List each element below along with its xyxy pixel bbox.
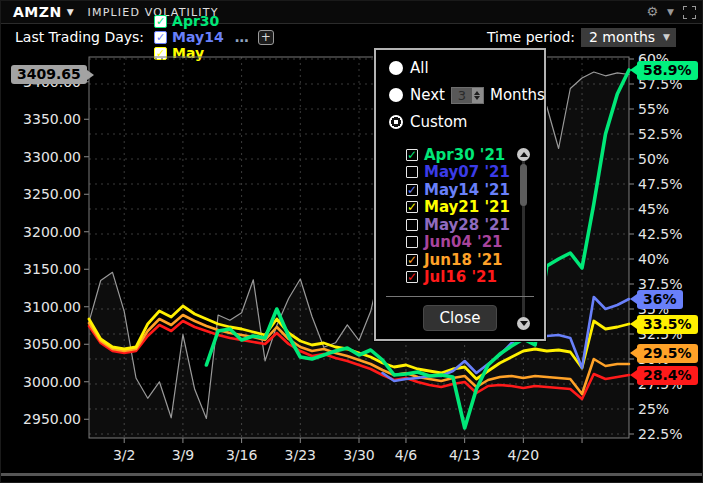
expiration-checkbox-icon[interactable]: [406, 219, 418, 231]
spinner-down-icon: [474, 96, 480, 100]
months-suffix-label: Months: [490, 86, 545, 104]
price-tick-label: 3150.00: [23, 261, 81, 277]
date-tick-label: 4/6: [395, 447, 418, 463]
last-value-bubble-apr30-21: 58.9%: [637, 61, 698, 80]
date-tick-label: 3/9: [172, 447, 195, 463]
last-value-bubble-amzn-price: 3409.65: [11, 65, 87, 84]
expiration-label: Jun04 '21: [424, 233, 503, 251]
expiration-label: May14 '21: [424, 181, 510, 199]
last-value-bubble-jul16-21: 28.4%: [637, 366, 698, 385]
last-value-bubble-may14-21: 36%: [637, 290, 683, 309]
scroll-up-icon: [520, 152, 528, 157]
bubble-pointer-icon: [630, 319, 637, 329]
iv-tick-label: 55%: [638, 101, 669, 117]
tws-implied-volatility-window: AMZN ▼ IMPLIED VOLATILITY ⚙ ▼ Last Tradi…: [0, 0, 703, 483]
scroll-up-button[interactable]: [517, 148, 530, 161]
radio-option-custom[interactable]: Custom: [389, 113, 544, 131]
price-tick-label: 3350.00: [23, 111, 81, 127]
expiration-label: Apr30 '21: [424, 146, 505, 164]
close-button[interactable]: Close: [423, 305, 497, 331]
expiration-label: May28 '21: [424, 216, 510, 234]
expiration-row[interactable]: May28 '21: [406, 216, 516, 234]
expiration-row[interactable]: ✓Apr30 '21: [406, 146, 516, 164]
expiration-checkbox-icon[interactable]: ✓: [406, 184, 418, 196]
expiration-row[interactable]: May07 '21: [406, 164, 516, 182]
price-tick-label: 3300.00: [23, 149, 81, 165]
expiration-list: ✓Apr30 '21May07 '21✓May14 '21✓May21 '21M…: [406, 146, 516, 286]
expiration-checkbox-icon[interactable]: ✓: [406, 201, 418, 213]
expiration-checkbox-icon[interactable]: ✓: [406, 271, 418, 283]
price-tick-label: 3250.00: [23, 186, 81, 202]
radio-all-icon[interactable]: [389, 61, 403, 75]
last-value-bubble-jun18-21: 29.5%: [637, 344, 698, 363]
bubble-pointer-icon: [630, 348, 637, 358]
iv-tick-label: 52.5%: [638, 126, 682, 142]
iv-tick-label: 25%: [638, 401, 669, 417]
scrollbar-thumb[interactable]: [520, 164, 527, 206]
expiration-row[interactable]: Jun04 '21: [406, 234, 516, 252]
price-tick-label: 3000.00: [23, 374, 81, 390]
iv-tick-label: 47.5%: [638, 176, 682, 192]
months-spinner[interactable]: 3: [451, 87, 484, 104]
expiration-checkbox-icon[interactable]: ✓: [406, 254, 418, 266]
price-tick-label: 3050.00: [23, 336, 81, 352]
iv-tick-label: 42.5%: [638, 226, 682, 242]
expiration-checkbox-icon[interactable]: [406, 236, 418, 248]
expiration-row[interactable]: ✓May21 '21: [406, 199, 516, 217]
months-value[interactable]: 3: [452, 88, 472, 103]
date-tick-label: 4/13: [449, 447, 480, 463]
price-tick-label: 2950.00: [23, 411, 81, 427]
date-tick-label: 3/30: [343, 447, 374, 463]
bubble-pointer-icon: [630, 370, 637, 380]
iv-tick-label: 45%: [638, 201, 669, 217]
expiration-label: May07 '21: [424, 163, 510, 181]
spinner-arrows[interactable]: [472, 88, 483, 103]
expiration-scrollbar[interactable]: [516, 148, 531, 330]
iv-tick-label: 50%: [638, 151, 669, 167]
bubble-pointer-icon: [630, 65, 637, 75]
bubble-pointer-icon: [630, 294, 637, 304]
dialog-separator: [386, 296, 534, 297]
radio-custom-icon[interactable]: [389, 115, 403, 129]
iv-tick-label: 40%: [638, 251, 669, 267]
scroll-down-icon: [520, 321, 528, 326]
expiration-row[interactable]: ✓May14 '21: [406, 181, 516, 199]
radio-custom-label: Custom: [410, 113, 467, 131]
date-tick-label: 4/20: [508, 447, 539, 463]
price-tick-label: 3100.00: [23, 299, 81, 315]
bubble-pointer-icon: [87, 70, 94, 80]
date-tick-label: 3/2: [113, 447, 136, 463]
radio-next-label: Next: [410, 86, 445, 104]
scroll-down-button[interactable]: [517, 317, 530, 330]
chart-canvas[interactable]: 60%57.5%55%52.5%50%47.5%45%42.5%40%37.5%…: [1, 1, 703, 483]
radio-all-label: All: [410, 59, 429, 77]
expiration-label: May21 '21: [424, 198, 510, 216]
expiration-checkbox-icon[interactable]: ✓: [406, 149, 418, 161]
date-tick-label: 3/16: [226, 447, 258, 463]
expiration-label: Jul16 '21: [424, 268, 497, 286]
price-tick-label: 3200.00: [23, 224, 81, 240]
expiration-dialog: All Next 3 Months Custom ✓Apr30 '21May07…: [374, 48, 546, 341]
last-value-bubble-may21-21: 33.5%: [637, 315, 698, 334]
iv-tick-label: 22.5%: [638, 426, 682, 442]
expiration-row[interactable]: ✓Jun18 '21: [406, 251, 516, 269]
spinner-up-icon: [474, 91, 480, 95]
radio-next-icon[interactable]: [389, 88, 403, 102]
expiration-row[interactable]: ✓Jul16 '21: [406, 269, 516, 287]
date-tick-label: 3/23: [285, 447, 316, 463]
expiration-checkbox-icon[interactable]: [406, 166, 418, 178]
expiration-label: Jun18 '21: [424, 251, 503, 269]
radio-option-next-months[interactable]: Next 3 Months: [389, 86, 544, 104]
radio-option-all[interactable]: All: [389, 59, 544, 77]
